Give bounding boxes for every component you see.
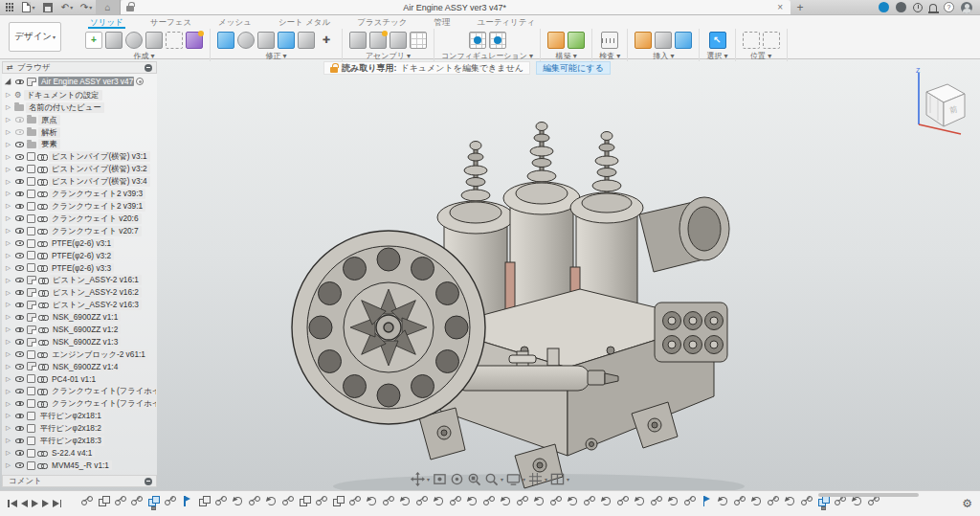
group-label[interactable]: 作成 ▾ [133, 51, 154, 61]
timeline-feature[interactable] [815, 496, 833, 510]
tree-row[interactable]: ▷MVM45_-R v1:1 [4, 460, 157, 472]
expand-arrow-icon[interactable]: ▷ [4, 128, 12, 136]
group-label[interactable]: 位置 ▾ [750, 51, 771, 61]
expand-arrow-icon[interactable]: ▷ [4, 437, 12, 444]
tree-row[interactable]: ▷ピストン_ASSY-2 v16:2 [4, 286, 157, 299]
expand-arrow-icon[interactable]: ▷ [4, 178, 12, 186]
capture-position-icon[interactable] [743, 32, 760, 49]
create-sketch-icon[interactable]: + [85, 32, 102, 49]
timeline-feature[interactable] [112, 496, 129, 505]
tree-row[interactable]: ▷ピストン_ASSY-2 v16:3 [4, 299, 157, 311]
tree-row[interactable]: Air Engine ASSY ver3 v47 [4, 76, 157, 88]
timeline-feature[interactable] [498, 496, 515, 505]
tree-row[interactable]: ▷PTFE(φ2-6) v3:3 [4, 261, 157, 274]
timeline-feature[interactable] [614, 496, 632, 505]
tree-row[interactable]: ▷エンジンブロック-2 v61:1 [4, 348, 157, 361]
redo-icon[interactable]: ↷▾ [77, 0, 96, 14]
timeline-feature[interactable] [196, 496, 213, 505]
timeline-feature[interactable] [431, 496, 448, 505]
timeline-feature[interactable] [514, 496, 531, 505]
cylinder-primitive-icon[interactable] [145, 32, 163, 49]
timeline-feature[interactable] [799, 496, 816, 505]
visibility-eye-icon[interactable] [15, 253, 24, 258]
construct-axis-icon[interactable] [568, 32, 585, 49]
tree-row[interactable]: ▷原点 [4, 114, 157, 126]
tab-ユーティリティ[interactable]: ユーティリティ [475, 16, 537, 29]
timeline-feature[interactable] [766, 496, 783, 505]
job-status-icon[interactable] [879, 2, 889, 12]
tab-メッシュ[interactable]: メッシュ [216, 16, 254, 29]
tree-row[interactable]: ▷要素 [4, 138, 157, 150]
visibility-eye-icon[interactable] [15, 167, 24, 172]
visibility-eye-icon[interactable] [15, 315, 24, 321]
tab-サーフェス[interactable]: サーフェス [148, 16, 193, 29]
timeline-feature[interactable] [715, 496, 732, 505]
tree-row[interactable]: ▷PC4-01 v1:1 [4, 372, 157, 385]
home-tab[interactable]: ⌂ [96, 0, 121, 14]
group-label[interactable]: 挿入 ▾ [653, 51, 674, 61]
zoom-window-icon[interactable] [467, 472, 481, 486]
timeline-feature[interactable] [313, 496, 330, 505]
look-at-icon[interactable] [433, 472, 447, 486]
group-label[interactable]: 検査 ▾ [599, 51, 620, 61]
play-button[interactable] [32, 497, 38, 510]
workspace-switcher-design-button[interactable]: デザイン▾ [9, 22, 61, 52]
timeline-feature[interactable] [212, 496, 230, 505]
visibility-eye-icon[interactable] [15, 339, 24, 345]
new-tab-icon[interactable]: + [791, 0, 810, 14]
tree-row[interactable]: ▷NSK_6900ZZ v1:4 [4, 360, 157, 372]
expand-arrow-icon[interactable]: ▷ [4, 388, 12, 395]
tree-row[interactable]: ▷クランクウェイト2 v39:3 [4, 188, 157, 200]
expand-arrow-icon[interactable]: ▷ [4, 202, 12, 210]
timeline-feature[interactable] [279, 496, 297, 505]
expand-arrow-icon[interactable]: ▷ [4, 400, 12, 408]
tree-row[interactable]: ▷クランクウェイト v20:7 [4, 225, 157, 237]
visibility-eye-icon[interactable] [15, 290, 24, 296]
timeline-feature[interactable] [782, 496, 799, 505]
timeline-feature[interactable] [145, 496, 163, 510]
group-label[interactable]: 構築 ▾ [556, 51, 577, 61]
timeline-feature[interactable] [531, 496, 548, 505]
save-icon[interactable] [38, 0, 57, 14]
visibility-eye-icon[interactable] [15, 462, 24, 468]
visibility-eye-icon[interactable] [15, 240, 24, 246]
timeline-feature[interactable] [330, 496, 347, 505]
timeline-position-marker[interactable] [821, 506, 826, 510]
expand-arrow-icon[interactable]: ▷ [4, 141, 12, 148]
extensions-icon[interactable] [896, 2, 906, 12]
split-body-icon[interactable] [298, 32, 315, 49]
expand-arrow-icon[interactable]: ▷ [4, 449, 12, 457]
expand-arrow-icon[interactable]: ▷ [4, 190, 12, 197]
timeline-feature[interactable] [732, 496, 749, 505]
expand-arrow-icon[interactable]: ▷ [4, 239, 12, 247]
tab-シート メタル[interactable]: シート メタル [277, 16, 332, 29]
visibility-eye-icon[interactable] [15, 204, 24, 210]
expand-arrow-icon[interactable]: ▷ [4, 166, 12, 173]
timeline-feature[interactable] [665, 496, 682, 505]
visibility-eye-icon[interactable] [15, 142, 24, 147]
expand-arrow-icon[interactable]: ▷ [4, 350, 12, 358]
expand-arrow-icon[interactable]: ▷ [4, 338, 12, 346]
timeline-flag-marker[interactable] [699, 496, 716, 506]
press-pull-icon[interactable] [217, 32, 234, 49]
visibility-eye-icon[interactable] [15, 389, 24, 394]
activate-component-radio[interactable] [136, 78, 144, 85]
grid-layout-icon[interactable]: ▾ [528, 472, 547, 486]
timeline-feature[interactable] [78, 496, 96, 505]
document-tab[interactable]: Air Engine ASSY ver3 v47* × [121, 0, 791, 14]
timeline-feature[interactable] [581, 496, 598, 505]
timeline-feature[interactable] [447, 496, 464, 505]
visibility-eye-icon[interactable] [15, 228, 24, 234]
tab-プラスチック[interactable]: プラスチック [355, 16, 409, 29]
new-component-icon[interactable] [349, 32, 367, 49]
tree-row[interactable]: ▷ピストンパイプ(横管) v3:2 [4, 163, 157, 175]
tree-row[interactable]: ▷PTFE(φ2-6) v3:1 [4, 237, 157, 250]
timeline-feature[interactable] [648, 496, 665, 505]
expand-arrow-icon[interactable]: ▷ [4, 214, 12, 222]
group-label[interactable]: 修正 ▾ [265, 51, 286, 61]
step-back-button[interactable] [21, 497, 28, 510]
as-built-joint-icon[interactable] [390, 32, 407, 49]
step-forward-button[interactable] [42, 497, 49, 510]
expand-arrow-icon[interactable]: ▷ [4, 461, 12, 469]
timeline-feature[interactable] [230, 496, 247, 505]
